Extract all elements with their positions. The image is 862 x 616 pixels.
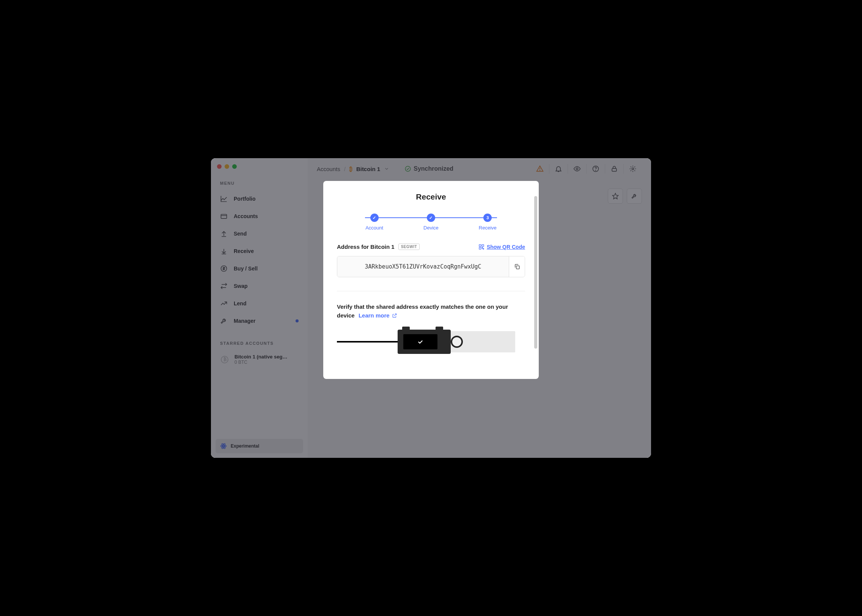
step-receive: 3 Receive [459, 214, 516, 231]
copy-button[interactable] [509, 256, 525, 277]
svg-rect-25 [483, 248, 484, 249]
check-icon [417, 338, 424, 345]
app-window: MENU Portfolio Accounts Send Receive Buy… [211, 158, 651, 458]
svg-rect-24 [482, 247, 483, 248]
address-text[interactable]: 3ARkbeuoX5T61ZUVrKovazCoqRgnFwxUgC [337, 256, 509, 277]
step-label: Device [423, 225, 439, 231]
step-check-icon: ✓ [427, 214, 435, 222]
learn-more-link[interactable]: Learn more [359, 312, 397, 319]
address-box: 3ARkbeuoX5T61ZUVrKovazCoqRgnFwxUgC [337, 256, 525, 277]
show-qr-label: Show QR Code [487, 244, 525, 250]
modal-overlay[interactable]: Receive ✓ Account ✓ Device 3 Receive [211, 158, 651, 458]
receive-modal: Receive ✓ Account ✓ Device 3 Receive [323, 181, 539, 379]
step-device: ✓ Device [403, 214, 459, 231]
step-account: ✓ Account [346, 214, 403, 231]
divider [337, 291, 525, 291]
stepper: ✓ Account ✓ Device 3 Receive [323, 214, 539, 244]
step-number: 3 [483, 214, 492, 222]
modal-title: Receive [323, 192, 539, 201]
svg-rect-21 [479, 245, 481, 247]
step-label: Account [365, 225, 383, 231]
svg-rect-23 [479, 247, 481, 249]
external-link-icon [392, 313, 397, 318]
svg-rect-22 [482, 245, 484, 247]
show-qr-link[interactable]: Show QR Code [478, 244, 525, 250]
svg-rect-26 [516, 266, 519, 269]
verify-text: Verify that the shared address exactly m… [337, 303, 525, 320]
segwit-badge: SEGWIT [398, 244, 420, 250]
qr-icon [478, 244, 484, 250]
step-label: Receive [479, 225, 497, 231]
copy-icon [514, 263, 521, 270]
device-illustration [323, 331, 539, 379]
step-check-icon: ✓ [370, 214, 379, 222]
address-for-label: Address for Bitcoin 1 [337, 244, 395, 250]
